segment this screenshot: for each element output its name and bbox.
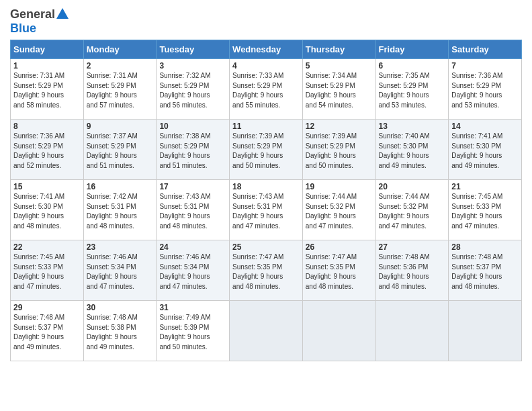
calendar-cell: 2Sunrise: 7:31 AMSunset: 5:29 PMDaylight… <box>83 59 157 120</box>
day-info: Sunrise: 7:34 AMSunset: 5:29 PMDaylight:… <box>306 71 373 110</box>
day-info: Sunrise: 7:31 AMSunset: 5:29 PMDaylight:… <box>13 71 81 110</box>
day-info: Sunrise: 7:45 AMSunset: 5:33 PMDaylight:… <box>451 192 519 231</box>
weekday-header-wednesday: Wednesday <box>230 40 303 59</box>
calendar-cell: 11Sunrise: 7:39 AMSunset: 5:29 PMDayligh… <box>230 120 303 180</box>
header: General Blue <box>10 7 522 36</box>
calendar-cell: 5Sunrise: 7:34 AMSunset: 5:29 PMDaylight… <box>302 59 375 120</box>
calendar-cell: 19Sunrise: 7:44 AMSunset: 5:32 PMDayligh… <box>302 180 375 240</box>
calendar-cell: 4Sunrise: 7:33 AMSunset: 5:29 PMDaylight… <box>230 59 303 120</box>
day-number: 26 <box>306 242 373 252</box>
calendar-cell: 7Sunrise: 7:36 AMSunset: 5:29 PMDaylight… <box>449 59 522 120</box>
day-info: Sunrise: 7:39 AMSunset: 5:29 PMDaylight:… <box>232 132 300 171</box>
day-number: 14 <box>451 122 519 131</box>
day-number: 28 <box>451 242 519 252</box>
day-info: Sunrise: 7:49 AMSunset: 5:39 PMDaylight:… <box>159 313 226 352</box>
logo-general-text: General <box>10 7 55 21</box>
day-info: Sunrise: 7:47 AMSunset: 5:35 PMDaylight:… <box>306 253 373 291</box>
calendar-cell: 17Sunrise: 7:43 AMSunset: 5:31 PMDayligh… <box>157 180 230 240</box>
calendar-week-5: 29Sunrise: 7:48 AMSunset: 5:37 PMDayligh… <box>11 301 522 361</box>
day-info: Sunrise: 7:48 AMSunset: 5:36 PMDaylight:… <box>379 253 446 291</box>
calendar-week-4: 22Sunrise: 7:45 AMSunset: 5:33 PMDayligh… <box>11 240 522 301</box>
calendar-cell: 20Sunrise: 7:44 AMSunset: 5:32 PMDayligh… <box>375 180 449 240</box>
calendar-cell: 3Sunrise: 7:32 AMSunset: 5:29 PMDaylight… <box>157 59 230 120</box>
calendar-table: SundayMondayTuesdayWednesdayThursdayFrid… <box>10 40 522 361</box>
day-number: 11 <box>232 122 300 131</box>
day-info: Sunrise: 7:37 AMSunset: 5:29 PMDaylight:… <box>87 132 154 171</box>
day-info: Sunrise: 7:48 AMSunset: 5:38 PMDaylight:… <box>87 313 154 352</box>
day-info: Sunrise: 7:46 AMSunset: 5:34 PMDaylight:… <box>159 253 226 291</box>
calendar-cell: 6Sunrise: 7:35 AMSunset: 5:29 PMDaylight… <box>375 59 449 120</box>
weekday-header-monday: Monday <box>83 40 157 59</box>
day-number: 10 <box>159 122 226 131</box>
calendar-cell: 10Sunrise: 7:38 AMSunset: 5:29 PMDayligh… <box>157 120 230 180</box>
day-number: 9 <box>87 122 154 131</box>
calendar-cell: 29Sunrise: 7:48 AMSunset: 5:37 PMDayligh… <box>11 301 84 361</box>
weekday-header-saturday: Saturday <box>449 40 522 59</box>
day-number: 23 <box>87 242 154 252</box>
day-info: Sunrise: 7:41 AMSunset: 5:30 PMDaylight:… <box>13 192 81 231</box>
calendar-cell: 13Sunrise: 7:40 AMSunset: 5:30 PMDayligh… <box>375 120 449 180</box>
day-info: Sunrise: 7:45 AMSunset: 5:33 PMDaylight:… <box>13 253 81 291</box>
calendar-cell: 28Sunrise: 7:48 AMSunset: 5:37 PMDayligh… <box>449 240 522 301</box>
calendar-week-3: 15Sunrise: 7:41 AMSunset: 5:30 PMDayligh… <box>11 180 522 240</box>
day-info: Sunrise: 7:33 AMSunset: 5:29 PMDaylight:… <box>232 71 300 110</box>
day-number: 31 <box>159 303 226 312</box>
calendar-cell: 30Sunrise: 7:48 AMSunset: 5:38 PMDayligh… <box>83 301 157 361</box>
weekday-header-row: SundayMondayTuesdayWednesdayThursdayFrid… <box>11 40 522 59</box>
calendar-cell: 25Sunrise: 7:47 AMSunset: 5:35 PMDayligh… <box>230 240 303 301</box>
day-number: 8 <box>13 122 81 131</box>
day-number: 20 <box>379 182 446 191</box>
calendar-cell: 23Sunrise: 7:46 AMSunset: 5:34 PMDayligh… <box>83 240 157 301</box>
day-info: Sunrise: 7:38 AMSunset: 5:29 PMDaylight:… <box>159 132 226 171</box>
day-info: Sunrise: 7:44 AMSunset: 5:32 PMDaylight:… <box>306 192 373 231</box>
day-info: Sunrise: 7:41 AMSunset: 5:30 PMDaylight:… <box>451 132 519 171</box>
day-number: 6 <box>379 61 446 71</box>
calendar-cell: 27Sunrise: 7:48 AMSunset: 5:36 PMDayligh… <box>375 240 449 301</box>
calendar-cell: 21Sunrise: 7:45 AMSunset: 5:33 PMDayligh… <box>449 180 522 240</box>
weekday-header-tuesday: Tuesday <box>157 40 230 59</box>
day-info: Sunrise: 7:47 AMSunset: 5:35 PMDaylight:… <box>232 253 300 291</box>
calendar-week-1: 1Sunrise: 7:31 AMSunset: 5:29 PMDaylight… <box>11 59 522 120</box>
day-number: 1 <box>13 61 81 71</box>
day-number: 29 <box>13 303 81 312</box>
calendar-cell: 18Sunrise: 7:43 AMSunset: 5:31 PMDayligh… <box>230 180 303 240</box>
day-number: 24 <box>159 242 226 252</box>
day-number: 13 <box>379 122 446 131</box>
logo: General Blue <box>10 7 70 36</box>
calendar-cell: 9Sunrise: 7:37 AMSunset: 5:29 PMDaylight… <box>83 120 157 180</box>
calendar-header: SundayMondayTuesdayWednesdayThursdayFrid… <box>11 40 522 59</box>
day-number: 12 <box>306 122 373 131</box>
day-info: Sunrise: 7:46 AMSunset: 5:34 PMDaylight:… <box>87 253 154 291</box>
day-info: Sunrise: 7:31 AMSunset: 5:29 PMDaylight:… <box>87 71 154 110</box>
day-info: Sunrise: 7:36 AMSunset: 5:29 PMDaylight:… <box>13 132 81 171</box>
day-number: 16 <box>87 182 154 191</box>
calendar-cell <box>302 301 375 361</box>
day-info: Sunrise: 7:48 AMSunset: 5:37 PMDaylight:… <box>451 253 519 291</box>
svg-marker-0 <box>56 8 69 19</box>
day-info: Sunrise: 7:48 AMSunset: 5:37 PMDaylight:… <box>13 313 81 352</box>
day-info: Sunrise: 7:32 AMSunset: 5:29 PMDaylight:… <box>159 71 226 110</box>
day-info: Sunrise: 7:36 AMSunset: 5:29 PMDaylight:… <box>451 71 519 110</box>
day-number: 7 <box>451 61 519 71</box>
weekday-header-sunday: Sunday <box>11 40 84 59</box>
day-info: Sunrise: 7:35 AMSunset: 5:29 PMDaylight:… <box>379 71 446 110</box>
day-number: 5 <box>306 61 373 71</box>
calendar-cell: 8Sunrise: 7:36 AMSunset: 5:29 PMDaylight… <box>11 120 84 180</box>
logo-blue-text: Blue <box>10 21 36 36</box>
calendar-cell: 31Sunrise: 7:49 AMSunset: 5:39 PMDayligh… <box>157 301 230 361</box>
day-number: 17 <box>159 182 226 191</box>
day-number: 21 <box>451 182 519 191</box>
day-number: 22 <box>13 242 81 252</box>
calendar-cell: 24Sunrise: 7:46 AMSunset: 5:34 PMDayligh… <box>157 240 230 301</box>
day-number: 19 <box>306 182 373 191</box>
day-number: 30 <box>87 303 154 312</box>
day-info: Sunrise: 7:42 AMSunset: 5:31 PMDaylight:… <box>87 192 154 231</box>
day-number: 27 <box>379 242 446 252</box>
day-number: 18 <box>232 182 300 191</box>
day-number: 4 <box>232 61 300 71</box>
day-info: Sunrise: 7:40 AMSunset: 5:30 PMDaylight:… <box>379 132 446 171</box>
day-number: 25 <box>232 242 300 252</box>
calendar-cell: 12Sunrise: 7:39 AMSunset: 5:29 PMDayligh… <box>302 120 375 180</box>
calendar-cell: 26Sunrise: 7:47 AMSunset: 5:35 PMDayligh… <box>302 240 375 301</box>
day-info: Sunrise: 7:43 AMSunset: 5:31 PMDaylight:… <box>159 192 226 231</box>
